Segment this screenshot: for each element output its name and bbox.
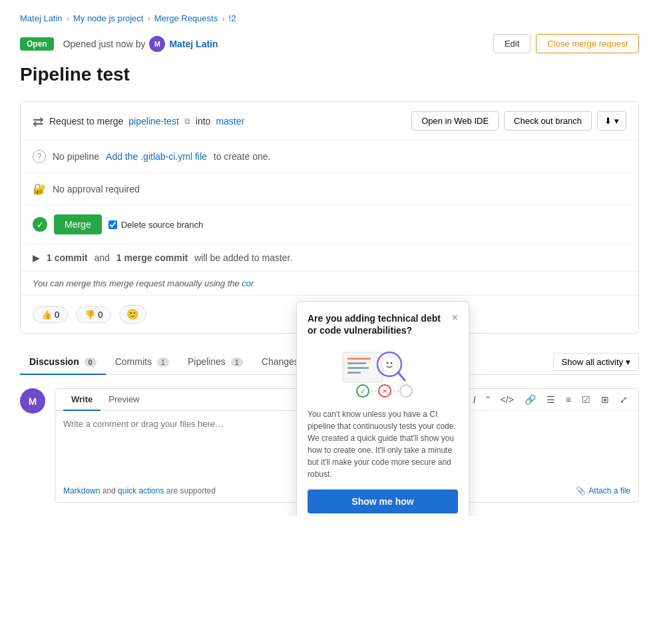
bullet-list-button[interactable]: ☰ <box>544 393 558 406</box>
download-button[interactable]: ⬇ ▾ <box>597 111 626 131</box>
delete-branch-text: Delete source branch <box>121 220 204 230</box>
ci-illustration-svg: ✓ ✕ <box>339 346 426 399</box>
show-all-activity-button[interactable]: Show all activity ▾ <box>553 353 639 371</box>
activity-dropdown-icon: ▾ <box>626 357 630 367</box>
comment-author-avatar: M <box>20 388 45 414</box>
open-web-ide-button[interactable]: Open in Web IDE <box>411 111 499 131</box>
ordered-list-button[interactable]: ≡ <box>563 393 574 406</box>
merge-commit-count: 1 merge commit <box>116 252 188 263</box>
copy-branch-icon[interactable]: ⧉ <box>184 117 190 126</box>
pipeline-row: ? No pipeline Add the .gitlab-ci.yml fil… <box>21 141 638 173</box>
preview-tab[interactable]: Preview <box>101 389 147 411</box>
target-branch[interactable]: master <box>216 116 244 127</box>
manual-merge-link[interactable]: cor <box>242 278 254 288</box>
merge-info-left: ⇄ Request to merge pipeline-test ⧉ into … <box>33 113 244 129</box>
svg-rect-1 <box>347 358 371 360</box>
thumbs-down-emoji: 👎 <box>85 310 95 320</box>
page-title: Pipeline test <box>20 64 639 85</box>
attach-icon: 📎 <box>576 486 586 495</box>
quick-actions-link[interactable]: quick actions <box>118 486 164 495</box>
show-me-how-button[interactable]: Show me how <box>308 489 458 513</box>
pipeline-label: No pipeline <box>53 151 99 162</box>
tab-discussion[interactable]: Discussion 0 <box>20 350 106 375</box>
thumbs-up-emoji: 👍 <box>41 310 52 320</box>
delete-branch-checkbox[interactable] <box>109 220 117 229</box>
download-icon: ⬇ <box>604 116 612 126</box>
open-badge: Open <box>20 37 54 51</box>
merge-section: ✓ Merge Delete source branch <box>21 205 638 244</box>
svg-line-9 <box>398 372 405 380</box>
thumbs-down-count: 0 <box>98 310 103 320</box>
merge-info-header: ⇄ Request to merge pipeline-test ⧉ into … <box>21 102 638 141</box>
merge-info-card: ⇄ Request to merge pipeline-test ⧉ into … <box>20 101 639 334</box>
approval-icon: 🔐 <box>33 182 46 195</box>
svg-rect-2 <box>347 362 366 364</box>
breadcrumb-mr-id[interactable]: !2 <box>229 13 236 23</box>
commits-badge: 1 <box>157 358 169 367</box>
dropdown-arrow: ▾ <box>614 116 619 126</box>
add-emoji-button[interactable]: 🙂 <box>119 305 146 324</box>
edit-button[interactable]: Edit <box>493 34 531 53</box>
into-text: into <box>196 116 211 127</box>
svg-point-6 <box>381 356 397 372</box>
markdown-link[interactable]: Markdown <box>63 486 100 495</box>
opened-text: Opened just now by <box>63 39 146 49</box>
task-list-button[interactable]: ☑ <box>579 393 593 406</box>
author-avatar: M <box>149 36 165 52</box>
source-branch[interactable]: pipeline-test <box>128 116 179 127</box>
svg-rect-4 <box>347 372 361 374</box>
checkout-branch-button[interactable]: Check out branch <box>504 111 592 131</box>
code-button[interactable]: </> <box>498 393 517 406</box>
expand-commits-icon[interactable]: ▶ <box>33 252 40 263</box>
request-to-merge-label: Request to merge <box>49 116 123 127</box>
fullscreen-button[interactable]: ⤢ <box>617 393 630 406</box>
svg-rect-3 <box>347 367 369 369</box>
discussion-badge: 0 <box>85 358 97 367</box>
breadcrumb-matej[interactable]: Matej Latin <box>20 13 63 23</box>
write-tab[interactable]: Write <box>63 389 101 411</box>
emoji-icon: 🙂 <box>126 308 139 320</box>
link-button[interactable]: 🔗 <box>522 393 539 406</box>
breadcrumb: Matej Latin › My node js project › Merge… <box>20 13 639 23</box>
commit-and: and <box>94 252 109 263</box>
question-icon: ? <box>33 150 46 163</box>
attach-file-link[interactable]: 📎 Attach a file <box>576 486 630 495</box>
italic-button[interactable]: I <box>471 393 479 406</box>
svg-point-16 <box>400 385 412 397</box>
close-mr-button[interactable]: Close merge request <box>536 34 639 53</box>
commit-count: 1 commit <box>47 252 87 263</box>
approval-row: 🔐 No approval required <box>21 173 638 205</box>
popup-body: You can't know unless you have a CI pipe… <box>308 408 458 480</box>
delete-branch-label[interactable]: Delete source branch <box>109 220 204 230</box>
markdown-support-text: Markdown and quick actions are supported <box>63 486 216 495</box>
thumbs-up-count: 0 <box>55 310 59 320</box>
header-actions: Edit Close merge request <box>493 34 639 53</box>
tabs-left: Discussion 0 Commits 1 Pipelines 1 Chang… <box>20 350 326 374</box>
mr-status-line: Open Opened just now by M Matej Latin <box>20 36 218 52</box>
merge-button[interactable]: Merge <box>54 214 102 234</box>
popup-title: Are you adding technical debt or code vu… <box>308 312 447 336</box>
commit-info-row: ▶ 1 commit and 1 merge commit will be ad… <box>21 244 638 272</box>
merge-icon: ⇄ <box>33 113 44 129</box>
author-name[interactable]: Matej Latin <box>169 39 218 49</box>
tab-pipelines[interactable]: Pipelines 1 <box>178 350 252 375</box>
breadcrumb-project[interactable]: My node js project <box>73 13 144 23</box>
pipelines-badge: 1 <box>231 358 243 367</box>
popup-illustration: ✓ ✕ <box>308 346 458 399</box>
commit-suffix: will be added to master. <box>194 252 292 263</box>
svg-text:✓: ✓ <box>360 388 365 395</box>
ci-popup: Are you adding technical debt or code vu… <box>296 301 469 516</box>
merge-info-actions: Open in Web IDE Check out branch ⬇ ▾ <box>411 111 626 131</box>
popup-header: Are you adding technical debt or code vu… <box>308 312 458 336</box>
svg-point-8 <box>391 362 393 364</box>
tab-commits[interactable]: Commits 1 <box>106 350 178 375</box>
table-button[interactable]: ⊞ <box>598 393 612 406</box>
popup-close-button[interactable]: × <box>452 312 458 323</box>
thumbs-down-button[interactable]: 👎 0 <box>76 306 111 323</box>
breadcrumb-merge-requests[interactable]: Merge Requests <box>154 13 218 23</box>
main-content: ⇄ Request to merge pipeline-test ⧉ into … <box>20 101 639 503</box>
add-ci-file-link[interactable]: Add the .gitlab-ci.yml file <box>106 151 207 162</box>
show-activity-label: Show all activity <box>562 357 623 367</box>
quote-button[interactable]: " <box>484 393 493 406</box>
thumbs-up-button[interactable]: 👍 0 <box>33 306 68 323</box>
